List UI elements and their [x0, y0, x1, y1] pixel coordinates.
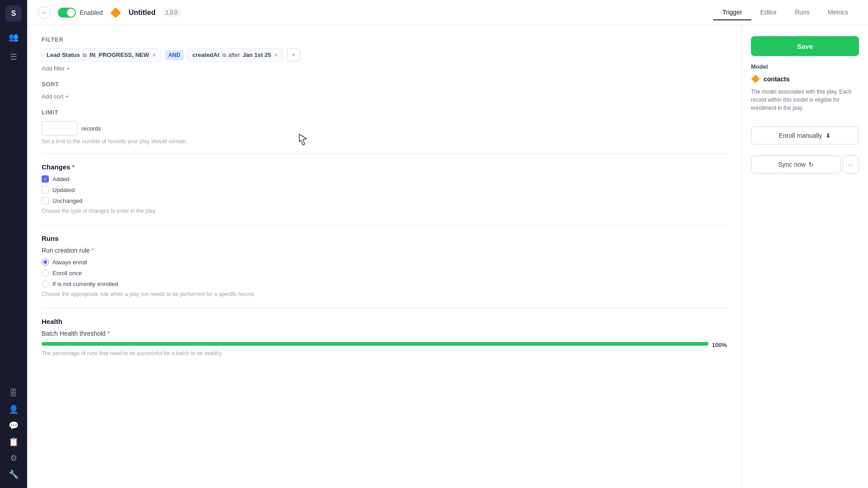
limit-hint: Set a limit to the number of records you… — [42, 138, 727, 145]
progress-label: 100% — [712, 342, 727, 348]
model-section: Model 🔶 contacts The model associated wi… — [751, 63, 859, 119]
enabled-toggle[interactable] — [58, 8, 76, 18]
sort-section: Sort Add sort + — [42, 81, 727, 100]
toggle-wrap: Enabled — [58, 8, 103, 18]
filter-value-1: IN_PROGRESS, NEW — [90, 52, 149, 58]
changes-title: Changes * — [42, 163, 727, 171]
runs-section-label: Runs — [42, 235, 59, 242]
filter-value-2: Jan 1st 25 — [243, 52, 271, 58]
more-icon: ··· — [848, 161, 853, 168]
sync-row: Sync now ↻ ··· — [751, 155, 859, 174]
more-options-button[interactable]: ··· — [843, 155, 859, 174]
tab-trigger[interactable]: Trigger — [713, 5, 751, 20]
threshold-title: Batch Health threshold * — [42, 330, 727, 337]
tab-runs[interactable]: Runs — [786, 5, 819, 20]
topbar: ← Enabled 🔶 Untitled 1.0.0 Trigger Edito… — [27, 0, 868, 25]
sidebar-icon-db[interactable]: 🗄 — [5, 385, 22, 401]
add-sort-label: Add sort — [42, 93, 63, 100]
add-sort-icon: + — [65, 93, 69, 100]
radio-always-row: Always enroll — [42, 258, 727, 266]
add-filter-label: Add filter — [42, 65, 65, 72]
back-button[interactable]: ← — [38, 6, 51, 19]
checkbox-updated-row: Updated — [42, 186, 727, 193]
model-title: Model — [751, 63, 859, 70]
checkbox-added[interactable]: ✓ — [42, 175, 49, 183]
radio-always-label: Always enroll — [52, 259, 87, 266]
run-rule-required: * — [92, 247, 94, 254]
model-desc: The model associated with this play. Eac… — [751, 88, 859, 112]
checkbox-unchanged[interactable] — [42, 197, 49, 204]
enroll-manually-button[interactable]: Enroll manually ⬇ — [751, 127, 859, 145]
threshold-required: * — [108, 330, 110, 337]
filter-field-2: createdAt — [193, 52, 220, 58]
sidebar: S 👥 ☰ 🗄 👤 💬 📋 ⚙ 🔧 — [0, 0, 27, 488]
filter-close-2[interactable]: ✕ — [274, 52, 278, 58]
tab-editor[interactable]: Editor — [751, 5, 786, 20]
sidebar-icon-log[interactable]: 📋 — [5, 434, 22, 450]
changes-label: Changes — [42, 163, 70, 171]
hubspot-icon: 🔶 — [110, 7, 121, 18]
add-filter-icon: + — [66, 65, 70, 72]
radio-once-row: Enroll once — [42, 269, 727, 277]
filter-field-1: Lead Status — [47, 52, 80, 58]
add-filter-plus[interactable]: + — [287, 48, 300, 61]
radio-once-label: Enroll once — [52, 270, 82, 277]
runs-hint: Choose the appropriate rule when a play … — [42, 291, 727, 297]
sidebar-icon-chat[interactable]: 💬 — [5, 418, 22, 434]
sidebar-icon-list[interactable]: ☰ — [5, 49, 22, 65]
filter-tag-lead-status[interactable]: Lead Status is IN_PROGRESS, NEW ✕ — [42, 48, 161, 61]
runs-section: Runs Run creation rule * Always enroll E… — [42, 235, 727, 297]
divider-1 — [42, 154, 727, 154]
filter-tags: Lead Status is IN_PROGRESS, NEW ✕ AND cr… — [42, 48, 727, 61]
version-badge: 1.0.0 — [163, 9, 180, 17]
changes-section: Changes * ✓ Added Updated Unchanged Choo… — [42, 163, 727, 214]
content-area: Filter Lead Status is IN_PROGRESS, NEW ✕… — [27, 25, 868, 488]
enroll-icon: ⬇ — [826, 132, 831, 139]
health-title: Health — [42, 318, 727, 325]
progress-bar-wrap — [42, 342, 708, 346]
runs-title: Runs — [42, 235, 727, 242]
model-hubspot-icon: 🔶 — [751, 75, 760, 83]
radio-enroll-once[interactable] — [42, 269, 49, 277]
filter-close-1[interactable]: ✕ — [152, 52, 156, 58]
right-panel: Save Model 🔶 contacts The model associat… — [741, 25, 868, 488]
health-section: Health Batch Health threshold * 100% The… — [42, 318, 727, 357]
filter-op-1: is — [83, 52, 87, 58]
checkbox-updated-label: Updated — [52, 187, 75, 193]
records-label: records — [81, 125, 101, 132]
radio-not-enrolled-row: If is not currently enrolled — [42, 280, 727, 287]
divider-3 — [42, 308, 727, 309]
radio-not-enrolled[interactable] — [42, 280, 49, 287]
sync-icon: ↻ — [808, 161, 814, 168]
radio-always-enroll[interactable] — [42, 258, 49, 266]
run-creation-rule-title: Run creation rule * — [42, 247, 727, 254]
checkbox-unchanged-row: Unchanged — [42, 197, 727, 204]
run-rule-label: Run creation rule — [42, 247, 90, 254]
checkbox-added-label: Added — [52, 176, 70, 183]
changes-hint: Choose the type of changes to enter in t… — [42, 208, 727, 214]
divider-2 — [42, 225, 727, 225]
add-sort-button[interactable]: Add sort + — [42, 93, 727, 100]
app-logo: S — [5, 5, 22, 22]
tab-metrics[interactable]: Metrics — [819, 5, 857, 20]
sidebar-icon-settings[interactable]: ⚙ — [5, 450, 22, 466]
save-button[interactable]: Save — [751, 36, 859, 56]
sidebar-icon-tools[interactable]: 🔧 — [5, 466, 22, 483]
health-section-label: Health — [42, 318, 62, 325]
filter-tag-created-at[interactable]: createdAt is after Jan 1st 25 ✕ — [188, 48, 283, 61]
checkbox-updated[interactable] — [42, 186, 49, 193]
sync-now-button[interactable]: Sync now ↻ — [751, 155, 841, 174]
checkbox-unchanged-label: Unchanged — [52, 197, 83, 204]
add-filter-button[interactable]: Add filter + — [42, 65, 727, 72]
sidebar-icon-user[interactable]: 👤 — [5, 401, 22, 418]
progress-bar-fill — [42, 342, 708, 346]
limit-section: Limit records Set a limit to the number … — [42, 109, 727, 145]
filter-op-2: is after — [222, 52, 240, 58]
and-badge: AND — [165, 50, 184, 60]
sync-now-label: Sync now — [778, 161, 806, 168]
workflow-title: Untitled — [128, 9, 156, 17]
sidebar-icon-back[interactable]: 👥 — [5, 29, 22, 45]
limit-input[interactable] — [42, 121, 78, 136]
progress-row: 100% — [42, 342, 727, 348]
threshold-label: Batch Health threshold — [42, 330, 106, 337]
